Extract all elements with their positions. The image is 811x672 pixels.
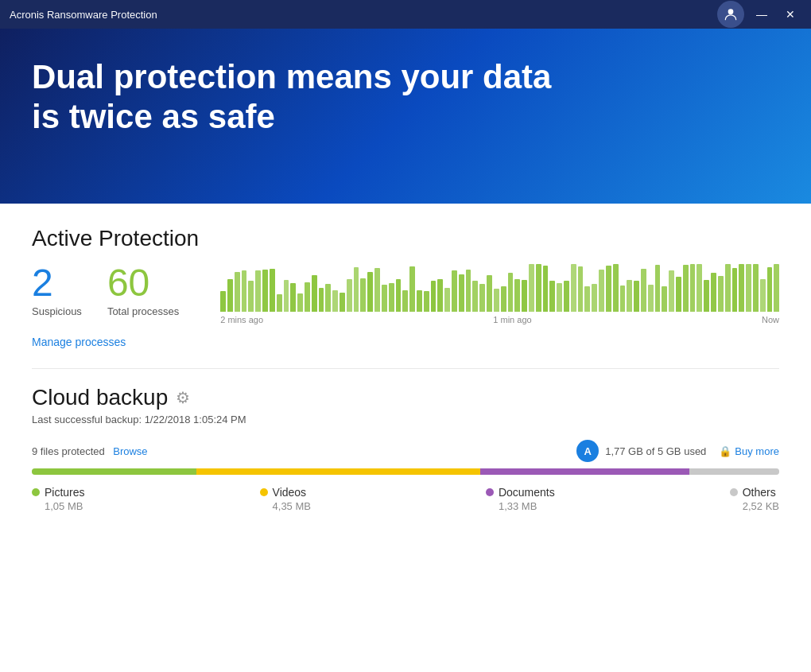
chart-bar <box>284 280 289 312</box>
browse-link[interactable]: Browse <box>113 445 147 457</box>
chart-bar <box>312 275 317 312</box>
close-button[interactable]: ✕ <box>779 3 801 25</box>
lock-icon: 🔒 <box>719 445 731 457</box>
last-backup-info: Last successful backup: 1/22/2018 1:05:2… <box>32 414 779 425</box>
chart-bar <box>340 293 345 312</box>
categories-row: Pictures1,05 MBVideos4,35 MBDocuments1,3… <box>32 486 779 512</box>
chart-bar <box>648 285 654 312</box>
chart-bar <box>389 283 394 312</box>
chart-bar <box>396 279 402 312</box>
chart-bar <box>297 293 303 312</box>
chart-bar <box>606 266 611 312</box>
chart-bar <box>347 279 352 312</box>
chart-bar <box>417 290 422 312</box>
files-protected-text: 9 files protected <box>32 445 105 457</box>
chart-bar <box>564 281 569 312</box>
user-avatar-button[interactable] <box>717 1 744 28</box>
chart-label-1min: 1 min ago <box>493 315 531 324</box>
manage-processes-link[interactable]: Manage processes <box>32 336 126 348</box>
chart-bar <box>760 279 766 312</box>
chart-bar <box>522 280 527 312</box>
chart-bar <box>332 290 338 312</box>
storage-bar-segment <box>689 468 779 475</box>
cloud-backup-section: Cloud backup ⚙ Last successful backup: 1… <box>32 385 779 512</box>
buy-more-label: Buy more <box>735 445 779 457</box>
processes-stat: 60 Total processes <box>107 264 179 317</box>
cloud-backup-title: Cloud backup <box>32 385 168 410</box>
chart-bar <box>374 268 380 312</box>
chart-bar <box>325 284 331 312</box>
user-icon <box>723 6 739 22</box>
chart-bar <box>255 270 261 312</box>
chart-bar <box>466 270 471 312</box>
active-protection-title: Active Protection <box>32 226 779 251</box>
minimize-button[interactable]: — <box>751 3 773 25</box>
chart-bar <box>277 294 282 312</box>
storage-bar-segment <box>196 468 480 475</box>
chart-bar <box>452 270 457 312</box>
chart-bar <box>409 266 415 312</box>
chart-bar <box>242 270 247 312</box>
chart-bar <box>620 286 626 312</box>
chart-bar <box>732 268 738 312</box>
chart-bar <box>753 264 759 312</box>
storage-bar-segment <box>32 468 196 475</box>
hero-banner: Dual protection means your data is twice… <box>0 29 811 204</box>
category-dot <box>32 488 40 496</box>
chart-bar <box>424 291 429 312</box>
backup-info-row: 9 files protected Browse A 1,77 GB of 5 … <box>32 440 779 462</box>
cloud-storage-icon: A <box>576 440 599 462</box>
chart-bar <box>319 288 324 312</box>
category-item: Videos4,35 MB <box>260 486 311 512</box>
active-protection-section: Active Protection 2 Suspicious 60 Total … <box>32 226 779 349</box>
chart-bar <box>739 264 744 312</box>
chart-bar <box>220 291 226 312</box>
hero-text: Dual protection means your data is twice… <box>32 57 588 138</box>
chart-bar <box>571 264 576 312</box>
chart-bar <box>536 264 541 312</box>
storage-bar-segment <box>480 468 689 475</box>
chart-bar <box>514 279 520 312</box>
chart-bar <box>774 264 779 312</box>
chart-bar <box>557 283 562 312</box>
chart-bar <box>767 267 773 312</box>
category-size: 4,35 MB <box>273 500 311 512</box>
suspicious-count: 2 <box>32 264 82 302</box>
chart-bar <box>683 265 689 312</box>
category-name: Videos <box>273 486 307 499</box>
chart-bar <box>725 264 731 312</box>
chart-bar <box>676 277 681 312</box>
storage-bar <box>32 468 779 475</box>
svg-point-0 <box>728 9 734 14</box>
chart-bar <box>305 282 310 312</box>
suspicious-stat: 2 Suspicious <box>32 264 82 317</box>
chart-bar <box>704 280 709 312</box>
section-divider <box>32 368 779 369</box>
chart-bar <box>444 288 450 312</box>
processes-label: Total processes <box>107 305 179 317</box>
category-dot <box>260 488 268 496</box>
chart-bar <box>634 281 639 312</box>
chart-bar <box>501 286 506 312</box>
activity-chart: 2 mins ago 1 min ago Now <box>220 264 779 324</box>
app-title: Acronis Ransomware Protection <box>10 9 157 21</box>
chart-bar <box>270 269 275 312</box>
settings-gear-icon[interactable]: ⚙ <box>176 388 190 407</box>
title-bar: Acronis Ransomware Protection — ✕ <box>0 0 811 29</box>
chart-bar <box>711 273 716 312</box>
chart-bar <box>494 289 499 312</box>
chart-bar <box>459 274 464 312</box>
chart-bar <box>718 276 724 312</box>
chart-bar <box>354 267 359 312</box>
chart-bar <box>479 284 485 312</box>
chart-label-2min: 2 mins ago <box>220 315 263 324</box>
chart-bar <box>669 270 674 312</box>
storage-info: A 1,77 GB of 5 GB used 🔒 Buy more <box>576 440 779 462</box>
chart-bar <box>592 284 597 312</box>
chart-bar <box>613 264 619 312</box>
buy-more-link[interactable]: 🔒 Buy more <box>719 445 779 457</box>
chart-bar <box>472 281 478 312</box>
chart-bar <box>690 264 696 312</box>
chart-bar <box>549 281 555 312</box>
chart-bar <box>662 286 667 312</box>
